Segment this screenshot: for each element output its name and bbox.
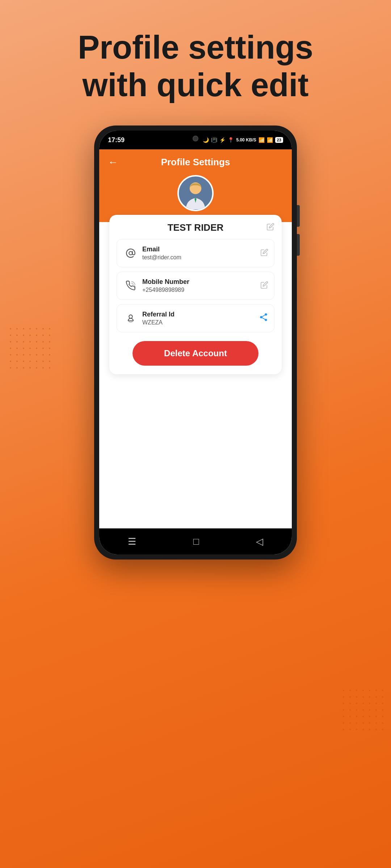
- moon-icon: 🌙: [203, 137, 209, 143]
- battery-indicator: 23: [275, 137, 283, 143]
- status-time: 17:59: [108, 136, 125, 144]
- bluetooth-icon: ⚡: [219, 137, 226, 143]
- wifi-icon: 📶: [258, 137, 265, 143]
- speed-label: 5.00 KB/S: [236, 137, 256, 142]
- main-content: TEST RIDER: [99, 222, 292, 374]
- profile-name: TEST RIDER: [168, 222, 224, 233]
- nav-home-icon[interactable]: □: [193, 536, 199, 547]
- status-icons: 🌙 📳 ⚡ 📍 5.00 KB/S 📶 📶 23: [203, 137, 283, 143]
- avatar-svg: [179, 177, 212, 209]
- svg-point-2: [129, 251, 132, 255]
- nav-back-icon[interactable]: ◁: [256, 536, 263, 547]
- profile-card: TEST RIDER: [109, 215, 282, 374]
- mobile-content: Mobile Number +254989898989: [142, 278, 260, 293]
- profile-name-row: TEST RIDER: [117, 222, 274, 233]
- header-title: Profile Settings: [161, 157, 230, 168]
- phone-frame: 17:59 🌙 📳 ⚡ 📍 5.00 KB/S 📶 📶 23 ← Profile…: [94, 125, 297, 559]
- avatar-container: [108, 175, 283, 211]
- signal-icon: 📶: [267, 137, 273, 143]
- referral-value: WZEZA: [142, 319, 259, 326]
- referral-row: Referral Id WZEZA: [117, 304, 274, 332]
- decorative-dots-right: [340, 687, 384, 731]
- edit-mobile-icon[interactable]: [260, 281, 268, 291]
- avatar[interactable]: [177, 175, 214, 211]
- header-row: ← Profile Settings: [108, 157, 283, 168]
- phone-icon: [123, 278, 139, 294]
- back-button[interactable]: ←: [108, 157, 118, 168]
- app-header: ← Profile Settings: [99, 149, 292, 222]
- email-label: Email: [142, 246, 260, 253]
- bottom-nav: ☰ □ ◁: [99, 528, 292, 554]
- mobile-row: Mobile Number +254989898989: [117, 272, 274, 300]
- email-content: Email test@rider.com: [142, 246, 260, 261]
- vibrate-icon: 📳: [211, 137, 217, 143]
- content-area: TEST RIDER: [99, 222, 292, 528]
- nav-hamburger-icon[interactable]: ☰: [128, 536, 136, 547]
- svg-point-3: [129, 315, 132, 318]
- edit-name-icon[interactable]: [266, 223, 274, 233]
- mobile-value: +254989898989: [142, 287, 260, 293]
- edit-email-icon[interactable]: [260, 248, 268, 258]
- referral-icon: [123, 310, 139, 326]
- email-icon: [123, 245, 139, 261]
- delete-account-button[interactable]: Delete Account: [133, 341, 259, 366]
- camera-dot: [193, 136, 198, 141]
- headline-text: Profile settings with quick edit: [78, 29, 313, 104]
- decorative-dots-left: [7, 326, 51, 369]
- side-button-volume: [297, 234, 300, 256]
- location-icon: 📍: [228, 137, 234, 143]
- page-headline: Profile settings with quick edit: [49, 29, 342, 104]
- phone-screen: 17:59 🌙 📳 ⚡ 📍 5.00 KB/S 📶 📶 23 ← Profile…: [99, 131, 292, 554]
- email-row: Email test@rider.com: [117, 239, 274, 267]
- mobile-label: Mobile Number: [142, 278, 260, 286]
- share-icon[interactable]: [259, 312, 268, 324]
- referral-content: Referral Id WZEZA: [142, 311, 259, 326]
- side-button-power: [297, 205, 300, 227]
- email-value: test@rider.com: [142, 254, 260, 261]
- referral-label: Referral Id: [142, 311, 259, 318]
